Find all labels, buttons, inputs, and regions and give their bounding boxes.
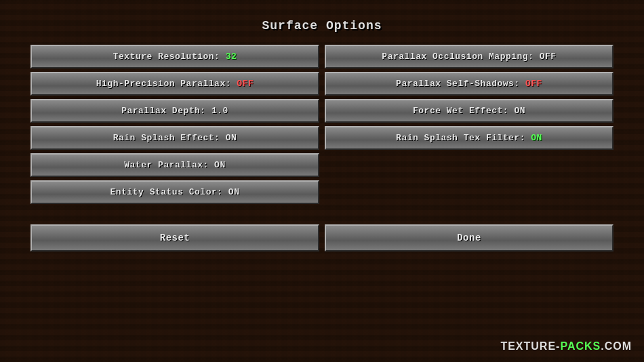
parallax-depth-label: Parallax Depth: 1.0: [121, 106, 228, 116]
high-precision-parallax-value: OFF: [237, 79, 254, 89]
texture-resolution-label: Texture Resolution:: [113, 52, 226, 62]
reset-button[interactable]: Reset: [31, 224, 319, 252]
parallax-occlusion-mapping-button[interactable]: Parallax Occlusion Mapping: OFF: [325, 45, 613, 68]
parallax-depth-button[interactable]: Parallax Depth: 1.0: [31, 99, 319, 123]
high-precision-parallax-button[interactable]: High-Precision Parallax: OFF: [31, 72, 319, 96]
right-column: Parallax Occlusion Mapping: OFF Parallax…: [325, 45, 613, 204]
watermark-com: COM: [605, 340, 632, 352]
rain-splash-tex-filter-label: Rain Splash Tex Filter:: [396, 133, 531, 143]
watermark-packs: PACKS: [560, 340, 601, 352]
watermark-texture: TEXTURE: [500, 340, 556, 352]
parallax-self-shadows-button[interactable]: Parallax Self-Shadows: OFF: [325, 72, 613, 96]
options-grid: Texture Resolution: 32 High-Precision Pa…: [31, 45, 613, 204]
rain-splash-effect-label: Rain Splash Effect: ON: [113, 133, 237, 143]
water-parallax-label: Water Parallax: ON: [124, 160, 225, 170]
bottom-buttons: Reset Done: [31, 224, 613, 252]
page-title: Surface Options: [262, 19, 382, 33]
parallax-self-shadows-label: Parallax Self-Shadows:: [396, 79, 525, 89]
high-precision-parallax-label: High-Precision Parallax:: [96, 79, 237, 89]
entity-status-color-button[interactable]: Entity Status Color: ON: [31, 180, 319, 204]
water-parallax-button[interactable]: Water Parallax: ON: [31, 153, 319, 177]
texture-resolution-button[interactable]: Texture Resolution: 32: [31, 45, 319, 68]
parallax-self-shadows-value: OFF: [525, 79, 542, 89]
force-wet-effect-label: Force Wet Effect: ON: [413, 106, 525, 116]
force-wet-effect-button[interactable]: Force Wet Effect: ON: [325, 99, 613, 123]
watermark: TEXTURE-PACKS.COM: [500, 340, 632, 353]
rain-splash-effect-button[interactable]: Rain Splash Effect: ON: [31, 126, 319, 150]
left-column: Texture Resolution: 32 High-Precision Pa…: [31, 45, 319, 204]
texture-resolution-value: 32: [226, 52, 237, 62]
done-button[interactable]: Done: [325, 224, 613, 252]
rain-splash-tex-filter-value: ON: [531, 133, 542, 143]
parallax-occlusion-mapping-label: Parallax Occlusion Mapping: OFF: [382, 52, 556, 62]
rain-splash-tex-filter-button[interactable]: Rain Splash Tex Filter: ON: [325, 126, 613, 150]
entity-status-color-label: Entity Status Color: ON: [110, 187, 240, 197]
